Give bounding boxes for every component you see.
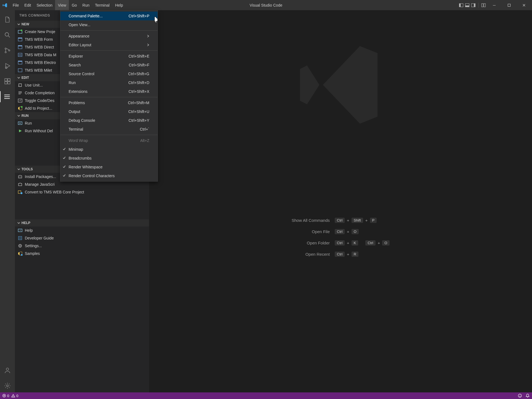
svg-rect-43 — [18, 236, 22, 240]
menu-view[interactable]: View — [55, 0, 69, 10]
maximize-button[interactable] — [503, 0, 515, 10]
tree-item-label: Convert to TMS WEB Core Project — [25, 190, 84, 194]
svg-point-23 — [7, 385, 9, 387]
search-icon[interactable] — [0, 28, 15, 42]
item-icon — [18, 98, 23, 103]
svg-rect-15 — [5, 79, 7, 81]
explorer-icon[interactable] — [0, 13, 15, 26]
item-icon: ? — [18, 228, 23, 233]
menu-item-render-whitespace[interactable]: Render Whitespace — [60, 163, 158, 171]
status-bar: 0 0 — [0, 392, 532, 399]
menu-item-editor-layout[interactable]: Editor Layout — [60, 41, 158, 49]
menu-item-debug-console[interactable]: Debug ConsoleCtrl+Shift+Y — [60, 116, 158, 125]
status-feedback-icon[interactable] — [518, 393, 522, 398]
item-icon — [18, 128, 23, 133]
tree-item[interactable]: Convert to TMS WEB Core Project — [15, 188, 149, 196]
svg-point-12 — [5, 52, 6, 53]
shortcut-keys: Ctrl+O — [335, 229, 390, 234]
minimize-button[interactable] — [488, 0, 501, 10]
item-icon — [18, 190, 23, 195]
menu-go[interactable]: Go — [69, 0, 80, 10]
menu-selection[interactable]: Selection — [34, 0, 55, 10]
menu-run[interactable]: Run — [80, 0, 92, 10]
menu-help[interactable]: Help — [112, 0, 126, 10]
menu-edit[interactable]: Edit — [22, 0, 34, 10]
svg-point-44 — [19, 237, 21, 239]
menu-item-extensions[interactable]: ExtensionsCtrl+Shift+X — [60, 87, 158, 96]
shortcut-label: Show All Commands — [291, 218, 330, 223]
menu-item-minimap[interactable]: Minimap — [60, 145, 158, 154]
tree-item-label: Create New Proje — [25, 29, 55, 34]
view-menu-dropdown: Command Palette...Ctrl+Shift+POpen View.… — [60, 10, 158, 182]
cursor-icon — [153, 17, 159, 25]
svg-rect-32 — [18, 61, 22, 62]
tree-item-label: Use Unit... — [25, 83, 43, 87]
run-debug-icon[interactable] — [0, 59, 15, 72]
tree-item-label: TMS WEB Form — [25, 37, 53, 42]
item-icon: i — [18, 251, 23, 256]
svg-rect-16 — [5, 82, 7, 84]
menu-item-breadcrumbs[interactable]: Breadcrumbs — [60, 154, 158, 163]
welcome-shortcuts: Show All CommandsCtrl+Shift+POpen FileCt… — [291, 218, 389, 257]
item-icon — [18, 29, 23, 34]
item-icon — [18, 45, 23, 50]
tree-item-label: Run Without Del — [25, 129, 53, 133]
tree-item-label: Code Completion — [25, 91, 55, 95]
tree-item[interactable]: Manage JavaScri — [15, 180, 149, 188]
tree-item[interactable]: ?Help — [15, 227, 149, 234]
menubar: FileEditSelectionViewGoRunTerminalHelp — [10, 0, 126, 10]
tree-item-label: Run — [25, 121, 32, 125]
status-bell-icon[interactable] — [525, 393, 530, 398]
svg-rect-18 — [8, 79, 10, 81]
accounts-icon[interactable] — [0, 364, 15, 377]
menu-item-explorer[interactable]: ExplorerCtrl+Shift+E — [60, 52, 158, 61]
item-icon — [18, 121, 23, 126]
close-button[interactable] — [518, 0, 530, 10]
menu-item-run[interactable]: RunCtrl+Shift+D — [60, 78, 158, 87]
tree-item[interactable]: Settings... — [15, 242, 149, 250]
status-errors[interactable]: 0 — [2, 394, 9, 398]
editor-area: Show All CommandsCtrl+Shift+POpen FileCt… — [149, 10, 532, 392]
menu-terminal[interactable]: Terminal — [92, 0, 112, 10]
menu-file[interactable]: File — [10, 0, 22, 10]
menu-item-problems[interactable]: ProblemsCtrl+Shift+M — [60, 98, 158, 107]
menu-item-appearance[interactable]: Appearance — [60, 32, 158, 41]
item-icon — [18, 174, 23, 179]
menu-item-search[interactable]: SearchCtrl+Shift+F — [60, 61, 158, 69]
settings-gear-icon[interactable] — [0, 379, 15, 392]
menu-item-command-palette[interactable]: Command Palette...Ctrl+Shift+P — [60, 12, 158, 20]
svg-rect-29 — [18, 45, 22, 46]
svg-rect-1 — [459, 4, 461, 7]
status-warnings[interactable]: 0 — [11, 394, 18, 398]
activity-bar — [0, 10, 15, 392]
tree-item[interactable]: Developer Guide — [15, 234, 149, 242]
menu-item-terminal[interactable]: TerminalCtrl+` — [60, 125, 158, 134]
source-control-icon[interactable] — [0, 44, 15, 57]
item-icon — [18, 68, 23, 73]
item-icon — [18, 182, 23, 187]
section-header-help[interactable]: HELP — [15, 219, 149, 227]
menu-item-source-control[interactable]: Source ControlCtrl+Shift+G — [60, 69, 158, 78]
tree-item-label: Settings... — [25, 244, 42, 248]
svg-rect-6 — [482, 4, 483, 7]
tree-item-label: Install Packages... — [25, 174, 56, 179]
tms-commands-icon[interactable] — [0, 90, 15, 103]
item-icon — [18, 60, 23, 65]
svg-rect-38 — [18, 184, 22, 186]
svg-point-20 — [4, 96, 5, 97]
tree-item-label: Toggle Code/Des — [25, 98, 54, 103]
editor-layout-icons[interactable] — [459, 3, 486, 8]
menu-item-render-control-characters[interactable]: Render Control Characters — [60, 171, 158, 180]
svg-point-19 — [4, 95, 5, 95]
tree-item[interactable]: iSamples — [15, 250, 149, 257]
svg-rect-33 — [18, 69, 22, 72]
menu-item-output[interactable]: OutputCtrl+Shift+U — [60, 107, 158, 116]
tree-item-label: TMS WEB Electro — [25, 60, 56, 65]
extensions-icon[interactable] — [0, 75, 15, 88]
svg-rect-50 — [13, 395, 13, 396]
menu-item-open-view[interactable]: Open View... — [60, 20, 158, 29]
shortcut-keys: Ctrl+Shift+P — [335, 218, 390, 223]
item-icon — [18, 37, 23, 42]
svg-point-21 — [4, 98, 5, 99]
svg-rect-39 — [18, 191, 21, 193]
